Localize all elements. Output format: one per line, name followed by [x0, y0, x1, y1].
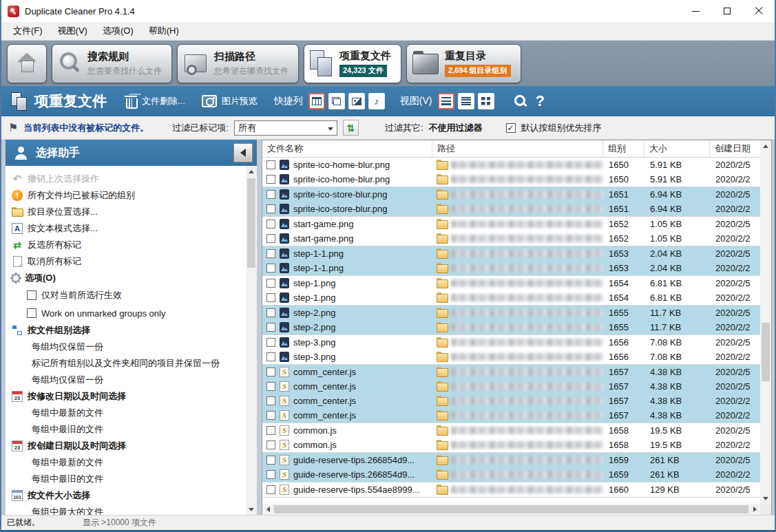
- file-removal-button[interactable]: 文件删除...: [125, 94, 185, 109]
- sidebar-item-8[interactable]: Work on unmarked groups only: [12, 304, 246, 322]
- table-row[interactable]: step-1-1.png16532.04 KB2020/2/5: [262, 246, 760, 261]
- table-vscroll-thumb[interactable]: [762, 323, 770, 381]
- table-row[interactable]: guide-reserve-tips.554ae8999...1660129 K…: [262, 482, 760, 498]
- table-row[interactable]: step-1.png16546.81 KB2020/2/5: [262, 276, 760, 290]
- row-checkbox[interactable]: [266, 323, 275, 332]
- sidebar-item-16[interactable]: 按创建日期以及时间选择: [12, 438, 246, 454]
- table-row[interactable]: start-game.png16521.05 KB2020/2/5: [262, 217, 760, 231]
- row-checkbox[interactable]: [266, 470, 275, 479]
- row-checkbox[interactable]: [266, 279, 275, 288]
- row-checkbox[interactable]: [266, 456, 275, 465]
- table-row[interactable]: common.js165819.5 KB2020/2/2: [262, 438, 760, 453]
- list-view-icon-button[interactable]: [438, 93, 454, 109]
- thumbnail-view-icon-button[interactable]: [478, 93, 494, 109]
- music-note-icon-button[interactable]: [368, 93, 385, 109]
- sidebar-item-10[interactable]: 每组均仅保留一份: [12, 339, 246, 355]
- row-checkbox[interactable]: [266, 382, 275, 391]
- sidebar-item-3[interactable]: 按文本模式选择...: [12, 220, 246, 237]
- detail-view-icon-button[interactable]: [458, 93, 474, 109]
- table-row[interactable]: step-3.png16567.08 KB2020/2/2: [262, 350, 760, 365]
- tab-scan-paths[interactable]: 扫描路径您希望在哪查找文件: [177, 44, 299, 83]
- row-checkbox[interactable]: [266, 220, 275, 228]
- table-row[interactable]: start-game.png16521.05 KB2020/2/2: [262, 231, 760, 246]
- column-header-group[interactable]: 组别: [603, 140, 644, 157]
- table-horizontal-scrollbar[interactable]: [262, 504, 760, 515]
- table-row[interactable]: comm_center.js16574.38 KB2020/2/2: [262, 408, 760, 423]
- column-grid-icon-button[interactable]: [308, 93, 325, 109]
- collapse-panel-button[interactable]: [233, 143, 253, 162]
- column-header-created[interactable]: 创建日期: [710, 140, 760, 157]
- sidebar-item-14[interactable]: 每组中最新的文件: [12, 405, 246, 421]
- refresh-button[interactable]: [343, 120, 359, 136]
- sidebar-item-12[interactable]: 每组均仅保留一份: [12, 372, 246, 388]
- help-icon[interactable]: [536, 92, 545, 110]
- tab-home[interactable]: [7, 44, 47, 83]
- filter-marked-select[interactable]: 所有: [234, 120, 337, 136]
- table-hscroll-thumb[interactable]: [274, 505, 748, 513]
- row-checkbox[interactable]: [266, 426, 275, 435]
- sidebar-item-20[interactable]: 每组中最大的文件: [12, 504, 246, 515]
- row-checkbox[interactable]: [266, 368, 275, 376]
- sidebar-item-9[interactable]: 按文件组别选择: [12, 322, 246, 339]
- sidebar-scrollbar[interactable]: [246, 166, 257, 515]
- row-checkbox[interactable]: [266, 160, 275, 169]
- table-row[interactable]: comm_center.js16574.38 KB2020/2/5: [262, 365, 760, 379]
- table-row[interactable]: comm_center.js16574.38 KB2020/2/5: [262, 379, 760, 394]
- sidebar-item-11[interactable]: 标记所有组别以及文件夹相同的项目并保留一份: [12, 355, 246, 372]
- sidebar-item-19[interactable]: 按文件大小选择: [12, 487, 246, 504]
- table-row[interactable]: step-1.png16546.81 KB2020/2/2: [262, 290, 760, 306]
- table-row[interactable]: sprite-ico-store-blur.png16516.94 KB2020…: [262, 187, 760, 202]
- table-row[interactable]: sprite-ico-home-blur.png16505.91 KB2020/…: [262, 172, 760, 187]
- table-row[interactable]: guide-reserve-tips.266854d9...1659261 KB…: [262, 467, 760, 482]
- table-scroll-right-icon[interactable]: [749, 504, 760, 515]
- sidebar-item-15[interactable]: 每组中最旧的文件: [12, 421, 246, 438]
- menu-item-2[interactable]: 选项(O): [95, 22, 141, 40]
- table-scroll-down-icon[interactable]: [760, 493, 771, 504]
- table-vertical-scrollbar[interactable]: [760, 140, 771, 504]
- column-header-path[interactable]: 路径: [432, 140, 603, 157]
- sidebar-checkbox-7[interactable]: [27, 290, 36, 300]
- row-checkbox[interactable]: [266, 352, 275, 361]
- maximize-button[interactable]: [711, 0, 743, 22]
- sidebar-item-6[interactable]: 选项(O): [12, 270, 246, 286]
- menu-item-3[interactable]: 帮助(H): [141, 22, 187, 40]
- table-row[interactable]: guide-reserve-tips.266854d9...1659261 KB…: [262, 453, 760, 467]
- row-checkbox[interactable]: [266, 175, 275, 184]
- row-checkbox[interactable]: [266, 249, 275, 258]
- tab-duplicate-files[interactable]: 项重复文件24,323 文件: [304, 44, 401, 83]
- row-checkbox[interactable]: [266, 190, 275, 199]
- windows-icon-button[interactable]: [328, 93, 345, 109]
- table-row[interactable]: step-2.png165511.7 KB2020/2/5: [262, 306, 760, 320]
- row-checkbox[interactable]: [266, 411, 275, 420]
- sidebar-item-7[interactable]: 仅对当前所选行生效: [12, 286, 246, 304]
- sidebar-item-18[interactable]: 每组中最旧的文件: [12, 471, 246, 487]
- column-header-size[interactable]: 大小: [644, 140, 710, 157]
- tab-search-rules[interactable]: 搜索规则您需要查找什么文件: [52, 44, 172, 83]
- table-row[interactable]: step-1-1.png16532.04 KB2020/2/2: [262, 261, 760, 276]
- row-checkbox[interactable]: [266, 264, 275, 273]
- table-row[interactable]: step-3.png16567.08 KB2020/2/5: [262, 335, 760, 350]
- picture-icon-button[interactable]: [348, 93, 365, 109]
- sidebar-item-2[interactable]: 按目录位置选择...: [12, 204, 246, 220]
- scroll-down-icon[interactable]: [246, 504, 257, 515]
- table-row[interactable]: comm_center.js16574.38 KB2020/2/2: [262, 394, 760, 408]
- search-icon[interactable]: [514, 94, 527, 108]
- sidebar-scroll-thumb[interactable]: [247, 178, 255, 268]
- row-checkbox[interactable]: [266, 308, 275, 317]
- menu-item-1[interactable]: 视图(V): [50, 22, 95, 40]
- sidebar-checkbox-8[interactable]: [27, 308, 36, 318]
- column-header-filename[interactable]: 文件名称: [262, 140, 432, 157]
- row-checkbox[interactable]: [266, 204, 275, 213]
- sidebar-item-17[interactable]: 每组中最新的文件: [12, 454, 246, 471]
- scroll-up-icon[interactable]: [246, 166, 257, 177]
- menu-item-0[interactable]: 文件(F): [6, 22, 50, 40]
- sidebar-item-1[interactable]: 所有文件均已被标记的组别: [12, 187, 246, 204]
- sidebar-item-13[interactable]: 按修改日期以及时间选择: [12, 388, 246, 405]
- sidebar-item-4[interactable]: 反选所有标记: [12, 237, 246, 253]
- row-checkbox[interactable]: [266, 338, 275, 347]
- close-button[interactable]: [743, 0, 775, 22]
- table-scroll-left-icon[interactable]: [262, 504, 273, 515]
- table-row[interactable]: common.js165819.5 KB2020/2/5: [262, 423, 760, 438]
- table-row[interactable]: step-2.png165511.7 KB2020/2/2: [262, 320, 760, 335]
- table-row[interactable]: sprite-ico-home-blur.png16505.91 KB2020/…: [262, 158, 760, 172]
